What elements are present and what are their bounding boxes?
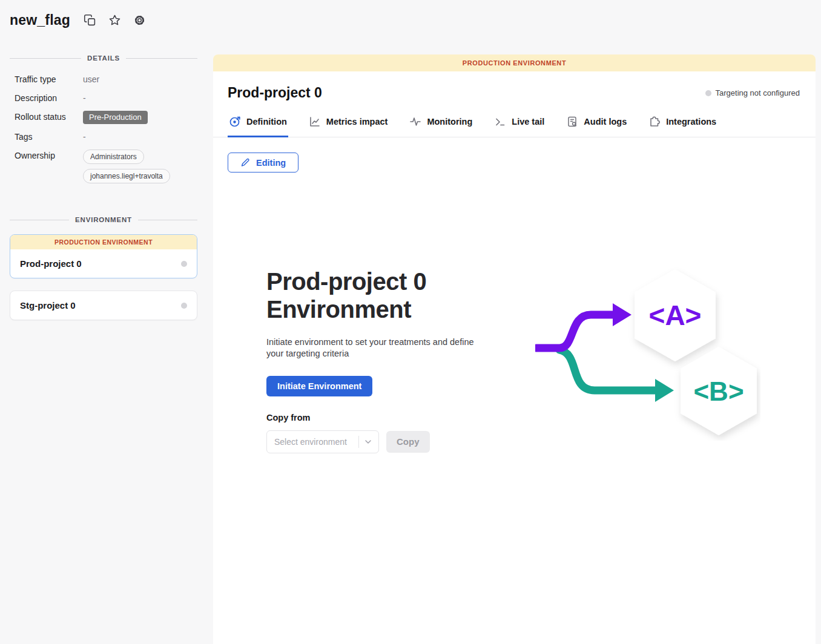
editing-button-label: Editing bbox=[256, 158, 286, 168]
tab-label: Definition bbox=[246, 117, 287, 126]
tab-label: Audit logs bbox=[584, 117, 627, 126]
tab-metrics-impact[interactable]: Metrics impact bbox=[308, 111, 389, 137]
variant-a-label: <A> bbox=[649, 300, 702, 331]
owner-pill: johannes.liegl+travolta bbox=[83, 169, 170, 183]
hero-heading: Prod-project 0 Environment bbox=[266, 268, 494, 323]
detail-row-tags: Tags - bbox=[15, 131, 197, 143]
details-section-heading: DETAILS bbox=[10, 54, 197, 62]
chart-icon bbox=[309, 116, 321, 128]
env-card-stg[interactable]: Stg-project 0 bbox=[10, 291, 197, 320]
app-header: new_flag bbox=[0, 0, 821, 54]
divider bbox=[358, 436, 359, 448]
tab-monitoring[interactable]: Monitoring bbox=[408, 111, 473, 137]
puzzle-icon bbox=[648, 116, 661, 128]
sidebar: DETAILS Traffic type user Description - … bbox=[0, 54, 213, 644]
owner-pill: Administrators bbox=[83, 150, 144, 164]
variant-b-label: <B> bbox=[693, 376, 744, 406]
tab-audit-logs[interactable]: Audit logs bbox=[565, 111, 628, 137]
tab-live-tail[interactable]: Live tail bbox=[493, 111, 546, 137]
targeting-status: Targeting not configured bbox=[705, 88, 800, 97]
production-environment-banner: PRODUCTION ENVIRONMENT bbox=[213, 54, 816, 71]
env-card-prod[interactable]: PRODUCTION ENVIRONMENT Prod-project 0 bbox=[10, 234, 197, 278]
tab-bar: Definition Metrics impact Monitoring bbox=[213, 111, 816, 137]
target-icon bbox=[229, 116, 241, 128]
targeting-status-label: Targeting not configured bbox=[716, 88, 800, 97]
details-list: Traffic type user Description - Rollout … bbox=[15, 73, 197, 188]
detail-row-ownership: Ownership Administrators johannes.liegl+… bbox=[15, 150, 197, 188]
copy-button[interactable]: Copy bbox=[386, 431, 430, 453]
status-dot-icon bbox=[181, 261, 187, 267]
chevron-down-icon bbox=[363, 437, 373, 447]
flag-title: new_flag bbox=[10, 12, 70, 28]
rollout-status-label: Rollout status bbox=[15, 111, 83, 123]
star-icon[interactable] bbox=[108, 14, 121, 27]
env-card-name: Prod-project 0 bbox=[20, 258, 82, 269]
initiate-environment-button[interactable]: Initiate Environment bbox=[266, 376, 372, 396]
ownership-label: Ownership bbox=[15, 150, 83, 162]
hero-description: Initiate environment to set your treatme… bbox=[266, 337, 492, 360]
detail-row-rollout-status: Rollout status Pre-Production bbox=[15, 111, 197, 124]
traffic-type-value: user bbox=[83, 73, 197, 85]
terminal-icon bbox=[494, 116, 506, 128]
environment-select[interactable]: Select environment bbox=[266, 430, 379, 453]
production-environment-banner: PRODUCTION ENVIRONMENT bbox=[10, 235, 197, 249]
env-card-name: Stg-project 0 bbox=[20, 300, 76, 310]
description-label: Description bbox=[15, 92, 83, 104]
copy-from-label: Copy from bbox=[266, 413, 494, 422]
tab-label: Live tail bbox=[512, 117, 544, 126]
pulse-icon bbox=[409, 116, 421, 128]
tab-label: Metrics impact bbox=[326, 117, 388, 126]
ab-split-illustration: <A> <B> bbox=[535, 261, 760, 453]
editing-button[interactable]: Editing bbox=[228, 153, 298, 172]
pencil-icon bbox=[240, 157, 251, 168]
tab-definition[interactable]: Definition bbox=[228, 111, 288, 137]
detail-row-description: Description - bbox=[15, 92, 197, 104]
copy-icon[interactable] bbox=[84, 14, 96, 27]
gear-icon[interactable] bbox=[133, 14, 146, 27]
tags-value: - bbox=[83, 131, 197, 143]
tab-integrations[interactable]: Integrations bbox=[647, 111, 717, 137]
status-dot-icon bbox=[181, 303, 187, 309]
status-dot-icon bbox=[705, 90, 711, 96]
description-value: - bbox=[83, 92, 197, 104]
select-placeholder: Select environment bbox=[274, 437, 356, 447]
environment-title: Prod-project 0 bbox=[228, 85, 322, 101]
document-search-icon bbox=[566, 116, 578, 128]
traffic-type-label: Traffic type bbox=[15, 73, 83, 85]
rollout-status-badge: Pre-Production bbox=[83, 111, 148, 124]
environment-panel: PRODUCTION ENVIRONMENT Prod-project 0 Ta… bbox=[213, 54, 816, 644]
environment-section-heading: ENVIRONMENT bbox=[10, 216, 197, 223]
tab-label: Integrations bbox=[666, 117, 716, 126]
tags-label: Tags bbox=[15, 131, 83, 143]
tab-label: Monitoring bbox=[427, 117, 472, 126]
detail-row-traffic-type: Traffic type user bbox=[15, 73, 197, 85]
